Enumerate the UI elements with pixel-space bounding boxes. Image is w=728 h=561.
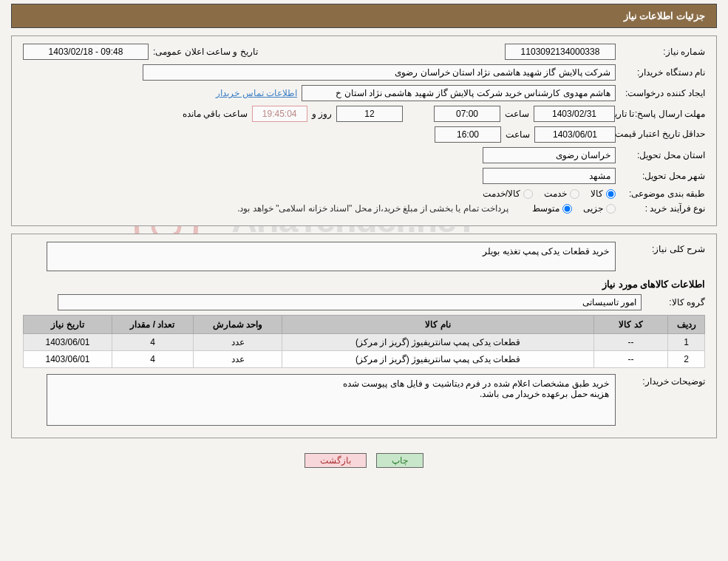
cat-service-option[interactable]: خدمت <box>544 188 579 199</box>
purchase-type-label: نوع فرآیند خرید : <box>620 203 705 214</box>
category-label: طبقه بندی موضوعی: <box>620 188 705 199</box>
group-value: امور تاسیساتی <box>58 294 642 310</box>
announce-datetime: 1403/02/18 - 09:48 <box>23 44 149 60</box>
validity-time: 16:00 <box>435 126 501 143</box>
back-button[interactable]: بازگشت <box>305 453 367 468</box>
buyer-desc-textarea[interactable] <box>47 374 616 426</box>
cat-goods-label: کالا <box>591 188 603 199</box>
goods-details-panel: شرح کلی نیاز: اطلاعات کالاهای مورد نیاز … <box>11 234 717 438</box>
type-medium-option[interactable]: متوسط <box>532 203 572 214</box>
province-label: استان محل تحویل: <box>620 150 705 160</box>
deadline-date: 1403/02/31 <box>534 106 615 122</box>
type-minor-label: جزیی <box>583 203 603 214</box>
table-cell-idx: 1 <box>668 334 705 351</box>
buyer-org-label: نام دستگاه خریدار: <box>620 67 705 78</box>
th-unit: واحد شمارش <box>194 316 282 334</box>
table-cell-qty: 4 <box>112 334 194 351</box>
deadline-label: مهلت ارسال پاسخ: <box>639 109 705 119</box>
remaining-label: ساعت باقي مانده <box>183 109 248 119</box>
th-code: کد کالا <box>594 316 668 334</box>
table-cell-idx: 2 <box>668 351 705 368</box>
overview-textarea[interactable] <box>47 242 616 271</box>
validity-label: حداقل تاریخ اعتبار قیمت: تا تاریخ: <box>620 129 705 140</box>
table-row: 1--قطعات یدکی پمپ سانتریفیوژ (گریز از مر… <box>24 334 705 351</box>
to-date-label: تا تاریخ: <box>619 109 634 119</box>
cat-service-label: خدمت <box>544 188 567 199</box>
buyer-org-value: شرکت پالایش گاز شهید هاشمی نژاد استان خر… <box>143 64 616 81</box>
table-cell-code: -- <box>594 334 668 351</box>
cat-goods-radio[interactable] <box>606 189 616 199</box>
city-value: مشهد <box>483 168 616 184</box>
purchase-note: پرداخت تمام یا بخشی از مبلغ خرید،از محل … <box>237 203 508 214</box>
print-button[interactable]: چاپ <box>376 453 423 468</box>
table-cell-name: قطعات یدکی پمپ سانتریفیوژ (گریز از مرکز) <box>282 334 594 351</box>
table-body: 1--قطعات یدکی پمپ سانتریفیوژ (گریز از مر… <box>24 334 705 368</box>
cat-both-option[interactable]: کالا/خدمت <box>483 188 533 199</box>
page-title: جزئیات اطلاعات نیاز <box>624 10 705 21</box>
creator-label: ایجاد کننده درخواست: <box>620 88 705 98</box>
need-details-panel: شماره نیاز: 1103092134000338 تاریخ و ساع… <box>11 35 717 226</box>
buyer-contact-link[interactable]: اطلاعات تماس خریدار <box>216 88 297 98</box>
table-row: 2--قطعات یدکی پمپ سانتریفیوژ (گریز از مر… <box>24 351 705 368</box>
footer-buttons: چاپ بازگشت <box>0 446 728 475</box>
days-remaining: 12 <box>336 106 403 122</box>
type-minor-radio[interactable] <box>606 204 616 214</box>
cat-goods-option[interactable]: کالا <box>591 188 616 199</box>
cat-both-radio[interactable] <box>523 189 533 199</box>
th-date: تاریخ نیاز <box>24 316 112 334</box>
th-row: ردیف <box>668 316 705 334</box>
type-medium-radio[interactable] <box>562 204 572 214</box>
table-header: ردیف کد کالا نام کالا واحد شمارش تعداد /… <box>24 316 705 334</box>
countdown-time: 19:45:04 <box>252 106 307 122</box>
page-title-bar: جزئیات اطلاعات نیاز <box>11 4 717 28</box>
table-cell-date: 1403/06/01 <box>24 351 112 368</box>
purchase-type-radio-group: جزیی متوسط <box>532 203 616 214</box>
days-and-label: روز و <box>312 109 332 119</box>
need-number-label: شماره نیاز: <box>620 47 705 57</box>
announce-label: تاریخ و ساعت اعلان عمومی: <box>153 47 258 57</box>
goods-info-title: اطلاعات کالاهای مورد نیاز <box>23 279 705 290</box>
validity-date: 1403/06/01 <box>534 126 616 143</box>
creator-value: هاشم مهدوی کارشناس خرید شرکت پالایش گاز … <box>302 85 616 101</box>
type-medium-label: متوسط <box>532 203 559 214</box>
th-qty: تعداد / مقدار <box>112 316 194 334</box>
table-cell-unit: عدد <box>194 351 282 368</box>
type-minor-option[interactable]: جزیی <box>583 203 616 214</box>
deadline-time-label: ساعت <box>505 109 529 119</box>
city-label: شهر محل تحویل: <box>620 171 705 181</box>
deadline-time: 07:00 <box>434 106 500 122</box>
category-radio-group: کالا خدمت کالا/خدمت <box>483 188 616 199</box>
table-cell-code: -- <box>594 351 668 368</box>
need-number-value: 1103092134000338 <box>505 44 616 60</box>
province-value: خراسان رضوی <box>483 147 616 163</box>
cat-both-label: کالا/خدمت <box>483 188 520 199</box>
buyer-desc-label: توضیحات خریدار: <box>620 374 705 387</box>
validity-time-label: ساعت <box>506 129 530 140</box>
cat-service-radio[interactable] <box>570 189 579 199</box>
overview-label: شرح کلی نیاز: <box>620 242 705 254</box>
table-cell-date: 1403/06/01 <box>24 334 112 351</box>
table-cell-unit: عدد <box>194 334 282 351</box>
table-cell-name: قطعات یدکی پمپ سانتریفیوژ (گریز از مرکز) <box>282 351 594 368</box>
group-label: گروه کالا: <box>646 297 705 307</box>
th-name: نام کالا <box>282 316 594 334</box>
table-cell-qty: 4 <box>112 351 194 368</box>
goods-table: ردیف کد کالا نام کالا واحد شمارش تعداد /… <box>23 315 705 368</box>
